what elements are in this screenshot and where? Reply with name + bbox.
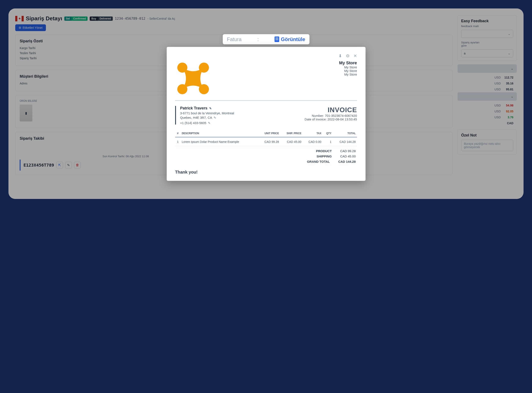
invoice-modal: ⬇ ⚙ ✕ My Store My Store My Store My Stor…: [167, 47, 366, 181]
edit-address-icon[interactable]: ✎: [214, 116, 216, 119]
thank-you-text: Thank you!: [175, 170, 357, 175]
company-logo: [175, 60, 211, 97]
edit-phone-icon[interactable]: ✎: [208, 121, 210, 124]
download-icon[interactable]: ⬇: [339, 53, 342, 59]
document-icon: [275, 37, 279, 42]
invoice-heading: INVOICE: [305, 106, 357, 114]
invoice-totals: PRODUCTCAD 99.28 SHIPPINGCAD 45.00 GRAND…: [175, 148, 357, 164]
store-info: My Store My Store My Store My Store: [339, 60, 357, 76]
edit-name-icon[interactable]: ✎: [209, 106, 212, 110]
table-row: 1 Lorem Ipsum Dolar Product Name Example…: [175, 137, 357, 146]
invoice-meta: INVOICE Number: 701-3523674-6067420 Date…: [305, 106, 357, 121]
settings-icon[interactable]: ⚙: [346, 53, 350, 59]
customer-block: Patrick Travers ✎ 3-6771 boul de la Vere…: [175, 106, 234, 125]
close-icon[interactable]: ✕: [353, 53, 357, 59]
tab-fatura-label: Fatura: [227, 36, 242, 42]
modal-tab: Fatura : Görüntüle: [223, 34, 310, 44]
main-container: ✦ Sipariş Detayı SelConfirmed BuyDeliver…: [9, 9, 523, 199]
customer-name: Patrick Travers: [180, 106, 208, 110]
invoice-items-table: # DESCRIPTION UNIT PRICE SHIP. PRICE TAX…: [175, 130, 357, 146]
tab-view-button[interactable]: Görüntüle: [275, 36, 305, 42]
